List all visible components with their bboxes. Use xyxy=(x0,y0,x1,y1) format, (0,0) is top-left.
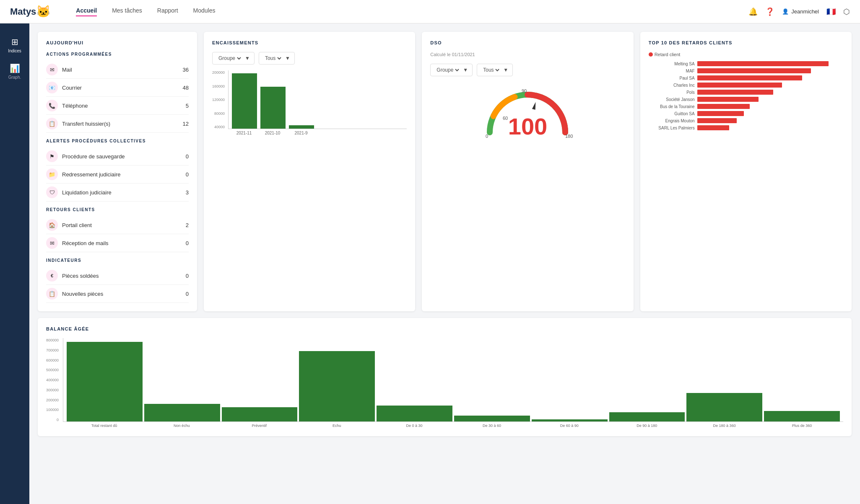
pieces-icon: 📋 xyxy=(46,288,58,300)
nav-rapport[interactable]: Rapport xyxy=(157,7,178,16)
top10-legend: Retard client xyxy=(649,52,843,57)
nav-modules[interactable]: Modules xyxy=(193,7,216,16)
action-nouvelles-pieces[interactable]: 📋 Nouvelles pièces 0 xyxy=(46,285,189,303)
action-count: 0 xyxy=(186,171,189,178)
y-axis-labels: 200000 160000 120000 80000 40000 xyxy=(212,70,226,129)
balance-labels-container: Total restant dûNon échuPréventifEchuDe … xyxy=(63,424,843,428)
top10-row: Société Janson xyxy=(649,97,843,102)
top10-title: TOP 10 DES RETARDS CLIENTS xyxy=(649,40,843,45)
logo[interactable]: Matys 🐱 xyxy=(10,5,51,18)
top10-bar xyxy=(697,75,803,80)
dso-tous-select[interactable]: Tous xyxy=(481,67,501,73)
action-liquidation[interactable]: 🛡 Liquidation judiciaire 3 xyxy=(46,184,189,202)
balance-bar xyxy=(686,393,762,421)
groupe-select[interactable]: Groupe xyxy=(217,55,242,62)
balance-bar xyxy=(609,412,685,421)
dso-groupe-dropdown[interactable]: Groupe ▼ xyxy=(430,64,473,76)
top-grid: AUJOURD'HUI ACTIONS PROGRAMMÉES ✉ Mail 3… xyxy=(38,32,852,311)
alertes-section-title: ALERTES PROCÉDURES COLLECTIVES xyxy=(46,139,189,143)
bell-icon[interactable]: 🔔 xyxy=(748,7,758,16)
top10-bar xyxy=(697,68,811,73)
action-huissier[interactable]: 📋 Transfert huissier(s) 12 xyxy=(46,115,189,133)
dso-card: DSO Calculé le 01/11/2021 Groupe ▼ Tous … xyxy=(422,32,633,311)
top10-bar-wrap xyxy=(697,61,843,66)
dso-groupe-select[interactable]: Groupe xyxy=(435,67,460,73)
bar-2021-9 xyxy=(289,125,314,129)
bar-2021-10 xyxy=(260,87,286,129)
logout-icon[interactable]: ⬡ xyxy=(843,7,850,16)
top10-row: Engrais Mouton xyxy=(649,118,843,123)
actions-section-title: ACTIONS PROGRAMMÉES xyxy=(46,52,189,57)
balance-bar xyxy=(454,416,530,421)
balance-title: BALANCE ÂGÉE xyxy=(46,326,843,331)
action-pieces-soldees[interactable]: € Pièces soldées 0 xyxy=(46,267,189,285)
top10-bar xyxy=(697,61,829,66)
action-label: Procédure de sauvegarde xyxy=(62,153,186,160)
action-redressement[interactable]: 📁 Redressement judiciaire 0 xyxy=(46,165,189,184)
action-count: 12 xyxy=(183,121,189,127)
top10-row: Melting SA xyxy=(649,61,843,66)
action-sauvegarde[interactable]: ⚑ Procédure de sauvegarde 0 xyxy=(46,147,189,165)
nav-taches[interactable]: Mes tâches xyxy=(112,7,142,16)
top10-bar xyxy=(697,90,773,95)
top10-item-label: Charles Inc xyxy=(649,83,695,88)
balance-bar xyxy=(532,419,608,421)
tous-select[interactable]: Tous xyxy=(263,55,283,62)
portail-icon: 🏠 xyxy=(46,219,58,231)
action-count: 0 xyxy=(186,153,189,160)
action-portail[interactable]: 🏠 Portail client 2 xyxy=(46,216,189,234)
legend-dot xyxy=(649,52,653,57)
nav-accueil[interactable]: Accueil xyxy=(76,7,97,16)
top10-bar-wrap xyxy=(697,68,843,73)
encaissements-filters: Groupe ▼ Tous ▼ xyxy=(212,52,407,65)
sidebar-item-indices[interactable]: ⊞ Indices xyxy=(0,32,29,58)
top10-rows: Melting SA MAF Paul SA Charles Inc Pols … xyxy=(649,61,843,130)
top10-item-label: SARL Les Palmiers xyxy=(649,126,695,130)
groupe-dropdown[interactable]: Groupe ▼ xyxy=(212,52,255,65)
sidebar: ⊞ Indices 📊 Graph. xyxy=(0,23,29,504)
action-telephone[interactable]: 📞 Téléphone 5 xyxy=(46,97,189,115)
top10-item-label: Société Janson xyxy=(649,97,695,102)
top10-bar-wrap xyxy=(697,111,843,116)
action-reception-mails[interactable]: ✉ Réception de mails 0 xyxy=(46,234,189,252)
top10-bar xyxy=(697,104,750,109)
chart-label: 2021-11 xyxy=(231,131,257,135)
balance-chart: Total restant dûNon échuPréventifEchuDe … xyxy=(63,338,843,428)
chevron-down-icon: ▼ xyxy=(285,55,290,61)
balance-bar xyxy=(144,404,220,421)
top10-row: Bus de la Touraine xyxy=(649,104,843,109)
action-courrier[interactable]: 📧 Courrier 48 xyxy=(46,79,189,97)
sidebar-item-label: Graph. xyxy=(8,75,21,80)
help-icon[interactable]: ❓ xyxy=(765,7,774,16)
user-name[interactable]: 👤 Jeanmichel xyxy=(782,8,819,15)
chart-label: 2021-9 xyxy=(288,131,314,135)
telephone-icon: 📞 xyxy=(46,100,58,111)
balance-agee-card: BALANCE ÂGÉE 800000 700000 600000 500000… xyxy=(38,318,852,436)
indicateurs-section-title: INDICATEURS xyxy=(46,258,189,263)
huissier-icon: 📋 xyxy=(46,118,58,129)
mail-icon: ✉ xyxy=(46,64,58,75)
balance-bar xyxy=(67,342,143,421)
top10-row: Pols xyxy=(649,90,843,95)
dso-subtitle: Calculé le 01/11/2021 xyxy=(430,52,625,57)
balance-label: De 30 à 60 xyxy=(454,424,530,428)
action-count: 3 xyxy=(186,189,189,196)
sidebar-item-label: Indices xyxy=(8,49,21,53)
action-count: 2 xyxy=(186,222,189,228)
flag-icon[interactable]: 🇫🇷 xyxy=(826,7,836,16)
balance-label: De 60 à 90 xyxy=(531,424,607,428)
sidebar-item-graph[interactable]: 📊 Graph. xyxy=(0,58,29,85)
reception-icon: ✉ xyxy=(46,237,58,249)
action-label: Courrier xyxy=(62,85,183,91)
tous-dropdown[interactable]: Tous ▼ xyxy=(259,52,295,65)
balance-label: De 90 à 180 xyxy=(609,424,685,428)
sauvegarde-icon: ⚑ xyxy=(46,150,58,162)
topnav: Matys 🐱 Accueil Mes tâches Rapport Modul… xyxy=(0,0,860,23)
top10-bar-wrap xyxy=(697,104,843,109)
indices-icon: ⊞ xyxy=(11,37,18,47)
action-mail[interactable]: ✉ Mail 36 xyxy=(46,61,189,79)
dso-tous-dropdown[interactable]: Tous ▼ xyxy=(477,64,513,76)
redressement-icon: 📁 xyxy=(46,168,58,180)
svg-text:180: 180 xyxy=(565,134,573,139)
top10-bar-wrap xyxy=(697,118,843,123)
